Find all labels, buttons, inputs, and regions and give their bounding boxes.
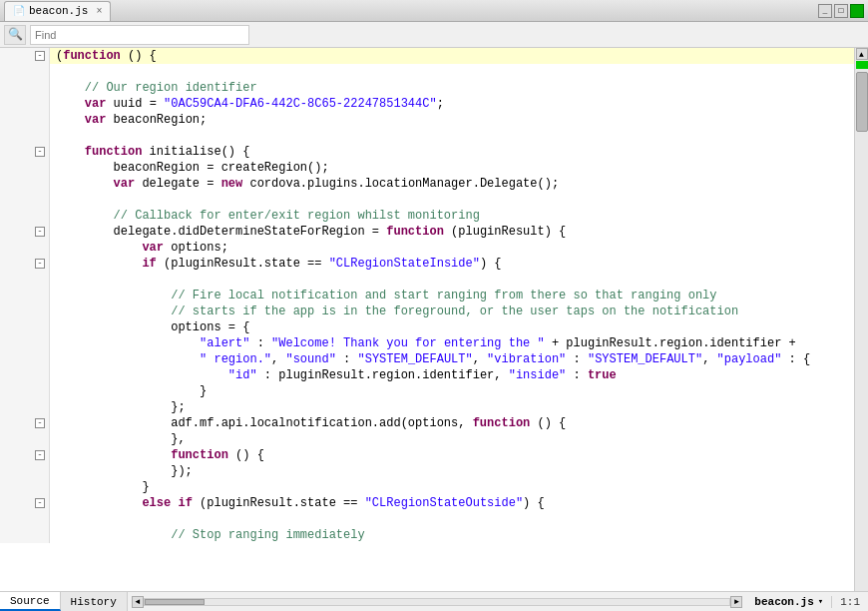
scroll-right-arrow[interactable]: ► (730, 596, 742, 608)
main-content: - (function () { // Our region identifie… (0, 48, 868, 591)
code-line: // Callback for enter/exit region whilst… (0, 208, 854, 224)
scroll-thumb[interactable] (856, 72, 868, 132)
window-controls: _ □ (818, 4, 864, 18)
line-code: } (50, 383, 207, 399)
line-gutter (0, 463, 50, 479)
line-code: // Stop ranging immediately (50, 527, 365, 543)
close-button[interactable] (850, 4, 864, 18)
status-position: 1:1 (831, 596, 868, 608)
search-icon-button[interactable]: 🔍 (4, 25, 26, 45)
vertical-scrollbar[interactable]: ▲ (854, 48, 868, 591)
line-code: var delegate = new cordova.plugins.locat… (50, 176, 559, 192)
code-line: - else if (pluginResult.state == "CLRegi… (0, 495, 854, 511)
code-line: - function () { (0, 447, 854, 463)
restore-button[interactable]: □ (834, 4, 848, 18)
tab-close-button[interactable]: × (96, 6, 102, 17)
filename-label: beacon.js (754, 596, 813, 608)
line-gutter: - (0, 256, 50, 272)
filename-dropdown-icon[interactable]: ▾ (818, 596, 823, 607)
fold-marker[interactable]: - (35, 51, 45, 61)
line-gutter (0, 367, 50, 383)
title-bar: 📄 beacon.js × _ □ (0, 0, 868, 22)
toolbar: 🔍 (0, 22, 868, 48)
code-line: var delegate = new cordova.plugins.locat… (0, 176, 854, 192)
status-filename[interactable]: beacon.js ▾ (746, 596, 831, 608)
code-line: " region.", "sound" : "SYSTEM_DEFAULT", … (0, 351, 854, 367)
line-code: var beaconRegion; (50, 112, 207, 128)
line-gutter (0, 128, 50, 144)
line-code: } (50, 479, 150, 495)
line-gutter (0, 335, 50, 351)
code-line: var beaconRegion; (0, 112, 854, 128)
line-gutter (0, 383, 50, 399)
line-code: adf.mf.api.localnotification.add(options… (50, 415, 566, 431)
code-line: }); (0, 463, 854, 479)
code-lines: - (function () { // Our region identifie… (0, 48, 854, 543)
code-line: - function initialise() { (0, 144, 854, 160)
fold-marker[interactable]: - (35, 259, 45, 269)
line-gutter: - (0, 48, 50, 64)
line-gutter (0, 160, 50, 176)
line-code: "alert" : "Welcome! Thank you for enteri… (50, 335, 796, 351)
search-input[interactable] (30, 25, 249, 45)
code-line: "id" : pluginResult.region.identifier, "… (0, 367, 854, 383)
code-line: }; (0, 399, 854, 415)
line-gutter (0, 431, 50, 447)
source-tab[interactable]: Source (0, 592, 61, 611)
h-scroll-thumb[interactable] (145, 599, 205, 605)
code-line: }, (0, 431, 854, 447)
line-gutter (0, 304, 50, 319)
line-code: }; (50, 399, 186, 415)
history-tab[interactable]: History (61, 592, 128, 611)
fold-marker[interactable]: - (35, 147, 45, 157)
fold-marker[interactable]: - (35, 498, 45, 508)
line-code: delegate.didDetermineStateForRegion = fu… (50, 224, 566, 240)
scroll-up-arrow[interactable]: ▲ (856, 48, 868, 60)
fold-marker[interactable]: - (35, 418, 45, 428)
file-tab[interactable]: 📄 beacon.js × (4, 1, 111, 21)
horizontal-scrollbar[interactable] (144, 598, 731, 606)
scroll-indicator (856, 61, 868, 69)
code-line: - if (pluginResult.state == "CLRegionSta… (0, 256, 854, 272)
scroll-left-arrow[interactable]: ◄ (132, 596, 144, 608)
line-code: // Callback for enter/exit region whilst… (50, 208, 480, 224)
code-line: // Stop ranging immediately (0, 527, 854, 543)
line-gutter (0, 527, 50, 543)
code-line (0, 64, 854, 80)
line-gutter (0, 399, 50, 415)
line-gutter (0, 319, 50, 335)
horizontal-scrollbar-area: ◄ ► (128, 596, 747, 608)
line-gutter (0, 272, 50, 288)
tab-label: beacon.js (29, 5, 88, 17)
line-code: beaconRegion = createRegion(); (50, 160, 329, 176)
line-code (50, 511, 63, 527)
minimize-button[interactable]: _ (818, 4, 832, 18)
line-gutter (0, 96, 50, 112)
code-line (0, 128, 854, 144)
code-line: } (0, 479, 854, 495)
line-gutter (0, 112, 50, 128)
line-gutter: - (0, 224, 50, 240)
code-line: // Our region identifier (0, 80, 854, 96)
line-gutter (0, 240, 50, 256)
code-line: var uuid = "0AC59CA4-DFA6-442C-8C65-2224… (0, 96, 854, 112)
line-gutter (0, 208, 50, 224)
line-code: var options; (50, 240, 228, 256)
line-gutter: - (0, 447, 50, 463)
line-code: var uuid = "0AC59CA4-DFA6-442C-8C65-2224… (50, 96, 444, 112)
fold-marker[interactable]: - (35, 227, 45, 237)
fold-marker[interactable]: - (35, 450, 45, 460)
line-code: (function () { (50, 48, 157, 64)
line-code: "id" : pluginResult.region.identifier, "… (50, 367, 617, 383)
line-gutter: - (0, 495, 50, 511)
line-gutter (0, 351, 50, 367)
line-code (50, 192, 63, 208)
code-line (0, 192, 854, 208)
code-scroll-area[interactable]: - (function () { // Our region identifie… (0, 48, 854, 591)
line-code: }); (50, 463, 193, 479)
line-code: }, (50, 431, 186, 447)
line-code (50, 64, 63, 80)
code-line: beaconRegion = createRegion(); (0, 160, 854, 176)
line-code: if (pluginResult.state == "CLRegionState… (50, 256, 502, 272)
code-line: - (function () { (0, 48, 854, 64)
